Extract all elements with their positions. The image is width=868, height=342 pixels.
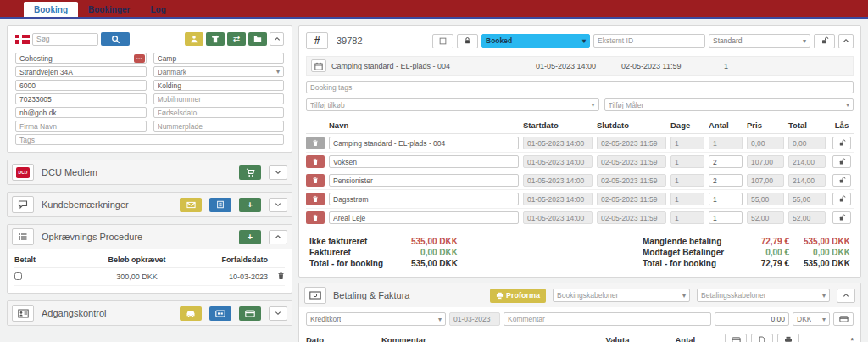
line-lock-button[interactable] <box>832 155 851 168</box>
tab-booking[interactable]: Booking <box>24 2 78 17</box>
line-lock-button[interactable] <box>832 137 851 149</box>
register-payment-button[interactable] <box>833 312 854 326</box>
payments-document-button[interactable] <box>751 334 773 342</box>
phone-field[interactable] <box>15 93 147 104</box>
zip-field[interactable] <box>15 80 147 91</box>
delete-line-button[interactable] <box>306 174 325 187</box>
status-select[interactable]: Booked ▾ <box>481 34 590 48</box>
clothing-button[interactable] <box>206 32 225 46</box>
notes-board-button[interactable] <box>209 198 231 212</box>
customer-tags-field[interactable] <box>15 134 284 145</box>
external-id-input[interactable] <box>593 34 705 48</box>
currency-select[interactable]: DKK ▾ <box>793 312 830 326</box>
proforma-button[interactable]: Proforma <box>490 289 546 303</box>
chevron-up-icon <box>843 292 849 299</box>
line-price-input <box>747 137 784 149</box>
email-field[interactable] <box>15 107 147 118</box>
access-keycard-button[interactable] <box>239 306 261 321</box>
paid-checkbox[interactable] <box>14 272 22 280</box>
payment-comment-input[interactable] <box>504 312 711 326</box>
delete-line-button[interactable] <box>306 193 325 205</box>
line-name-input[interactable] <box>329 211 519 224</box>
checkbox-icon <box>439 37 447 45</box>
collapse-payment-button[interactable] <box>837 289 855 303</box>
delete-line-button[interactable] <box>306 155 325 168</box>
line-end-input <box>597 155 666 168</box>
template-select[interactable]: Standard ▾ <box>709 34 810 48</box>
collection-collapse-button[interactable] <box>269 230 287 244</box>
dcu-logo-icon: DCU <box>12 164 34 181</box>
dcu-cart-button[interactable] <box>239 165 261 180</box>
transfer-button[interactable]: ⇄ <box>227 32 246 46</box>
access-car-button[interactable] <box>180 306 202 321</box>
plate-field[interactable] <box>153 121 285 132</box>
customer-type-field[interactable] <box>153 53 285 64</box>
payment-templates-select[interactable]: Betalingsskabeloner ▾ <box>697 289 830 302</box>
total-value: 535,00 DKK <box>394 259 458 268</box>
notes-expand-button[interactable] <box>269 198 287 212</box>
line-name-input[interactable] <box>329 174 519 187</box>
payments-header-date: Dato <box>306 335 378 342</box>
company-field[interactable] <box>15 121 147 132</box>
guest-button[interactable] <box>185 32 203 46</box>
line-qty-input[interactable] <box>709 155 743 168</box>
tab-log[interactable]: Log <box>140 2 175 17</box>
payment-amount-input[interactable] <box>715 312 789 326</box>
line-name-input[interactable] <box>329 155 519 168</box>
line-lock-button[interactable] <box>832 193 851 205</box>
line-name-input[interactable] <box>329 193 519 205</box>
line-qty-input[interactable] <box>709 174 743 187</box>
unlock-icon <box>838 139 846 147</box>
line-total-input <box>788 193 826 205</box>
folder-button[interactable] <box>248 32 267 46</box>
delete-line-button[interactable] <box>306 137 325 149</box>
line-name-input[interactable] <box>329 137 519 149</box>
search-input[interactable] <box>32 33 98 46</box>
trash-icon <box>312 177 319 184</box>
birthdate-field[interactable] <box>153 107 285 118</box>
notes-add-button[interactable]: + <box>239 198 261 212</box>
lines-header-total: Total <box>788 121 826 130</box>
collapse-booking-button[interactable] <box>838 34 854 48</box>
line-start-input <box>523 211 593 224</box>
trash-icon <box>312 158 319 165</box>
booking-lock-button[interactable] <box>457 34 478 48</box>
list-icon <box>12 228 34 245</box>
add-meter-select[interactable]: Tilføj Måler ▾ <box>604 98 854 111</box>
summary-end-date: 02-05-2023 11:59 <box>621 62 719 70</box>
mobile-field[interactable] <box>153 93 285 104</box>
city-field[interactable] <box>153 80 285 91</box>
booking-templates-select[interactable]: Bookingskabeloner ▾ <box>553 289 690 302</box>
booking-tags-input[interactable] <box>306 81 854 93</box>
total-label: Manglende betaling <box>643 237 748 246</box>
line-qty-input[interactable] <box>709 193 743 205</box>
line-qty-input[interactable] <box>709 211 743 224</box>
address-field[interactable] <box>15 66 147 77</box>
unlock-booking-button[interactable] <box>814 34 835 48</box>
select-booking-button[interactable] <box>432 34 453 48</box>
collection-due-date: 10-03-2023 <box>200 272 268 281</box>
overflow-dots-badge[interactable]: ⋯ <box>134 54 145 63</box>
access-expand-button[interactable] <box>269 306 287 321</box>
line-end-input <box>597 211 666 224</box>
dcu-expand-button[interactable] <box>269 165 287 180</box>
collapse-customer-button[interactable] <box>270 32 284 46</box>
add-addon-select[interactable]: Tilføj tilkøb ▾ <box>306 98 599 111</box>
access-plate-button[interactable] <box>209 306 231 321</box>
search-button[interactable] <box>101 32 130 46</box>
payments-print-button[interactable] <box>777 334 799 342</box>
delete-line-button[interactable] <box>306 211 325 224</box>
line-price-input <box>747 155 784 168</box>
payments-card-button[interactable] <box>725 334 747 342</box>
notes-mail-button[interactable] <box>180 198 202 212</box>
table-row <box>306 209 854 227</box>
collection-add-button[interactable]: + <box>239 230 261 244</box>
tab-bookinger[interactable]: Bookinger <box>78 2 140 17</box>
customer-name-field[interactable] <box>15 53 147 64</box>
line-lock-button[interactable] <box>832 174 851 187</box>
payment-method-select[interactable]: Kreditkort ▾ <box>306 312 446 326</box>
line-lock-button[interactable] <box>832 211 851 224</box>
line-price-input <box>747 174 784 187</box>
country-select[interactable]: Danmark ▾ <box>153 66 285 77</box>
delete-collection-button[interactable] <box>268 272 285 282</box>
